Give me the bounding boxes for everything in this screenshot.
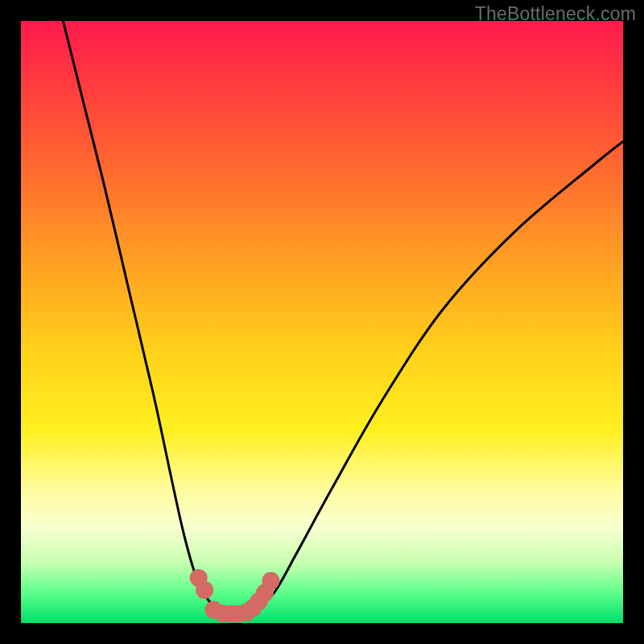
bottleneck-curve [63, 21, 623, 614]
plot-area [21, 21, 623, 623]
highlight-dot [196, 581, 213, 599]
watermark-text: TheBottleneck.com [475, 3, 636, 25]
chart-svg [21, 21, 623, 623]
highlight-dots [190, 569, 280, 623]
highlight-dot [262, 572, 279, 590]
